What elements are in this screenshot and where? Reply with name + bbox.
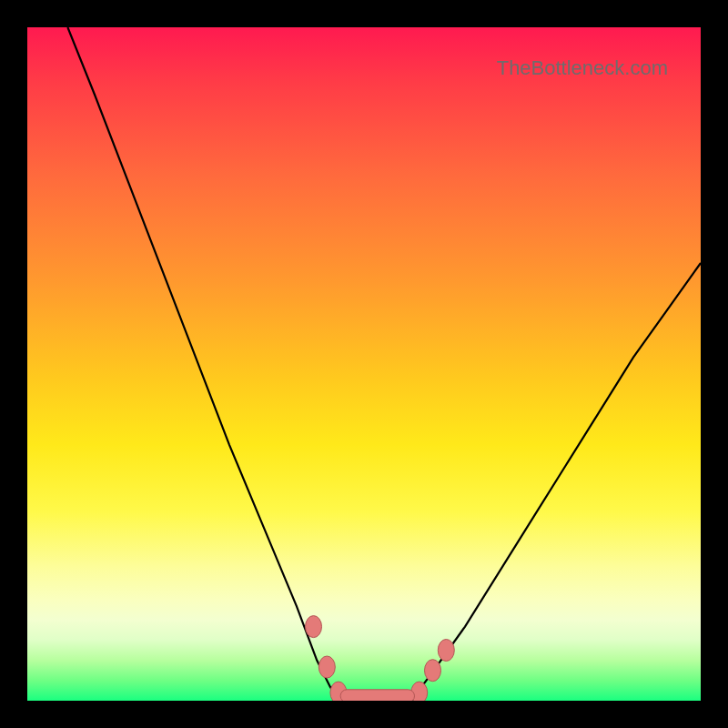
data-marker [318,656,335,678]
chart-svg [27,27,701,701]
data-marker [438,640,454,662]
bottom-marker-bar [340,690,414,701]
right-curve [411,263,701,701]
marker-group [306,616,455,701]
plot-area: TheBottleneck.com [27,27,701,701]
data-marker [306,616,322,638]
chart-container: TheBottleneck.com [0,0,728,728]
left-curve [67,27,340,701]
data-marker [425,660,441,682]
